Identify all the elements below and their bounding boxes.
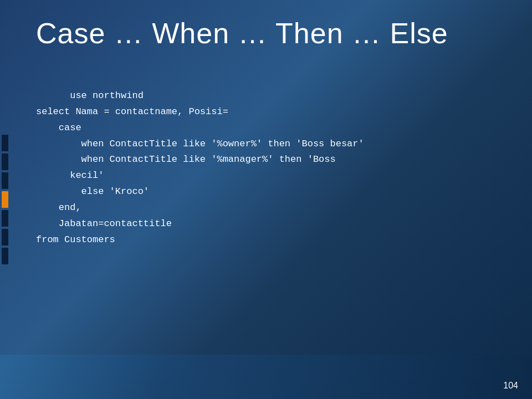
- code-line-6: kecil': [36, 170, 104, 181]
- accent-block: [2, 210, 8, 227]
- accent-block: [2, 248, 8, 264]
- code-line-2: select Nama = contactname, Posisi=: [36, 106, 228, 117]
- code-line-7: else 'Kroco': [36, 186, 149, 197]
- accent-block-orange: [2, 191, 8, 208]
- slide-content: Case … When … Then … Else use northwind …: [14, 0, 532, 399]
- accent-block: [2, 154, 8, 170]
- code-line-4: when ContactTitle like '%owner%' then 'B…: [36, 139, 364, 149]
- slide-title: Case … When … Then … Else: [36, 17, 510, 50]
- code-line-1: use northwind: [70, 90, 144, 101]
- accent-block: [2, 135, 8, 151]
- slide: Case … When … Then … Else use northwind …: [0, 0, 532, 399]
- accent-block: [2, 229, 8, 245]
- bottom-decoration: [0, 355, 532, 399]
- code-block: use northwind select Nama = contactname,…: [36, 72, 510, 264]
- page-number: 104: [503, 381, 518, 391]
- code-line-9: Jabatan=contacttitle: [36, 218, 172, 229]
- code-line-5: when ContactTitle like '%manager%' then …: [36, 154, 336, 165]
- left-accent-bar: [0, 0, 10, 399]
- code-line-10: from Customers: [36, 234, 115, 245]
- code-line-8: end,: [36, 202, 81, 213]
- code-line-3: case: [36, 122, 81, 133]
- accent-block: [2, 172, 8, 189]
